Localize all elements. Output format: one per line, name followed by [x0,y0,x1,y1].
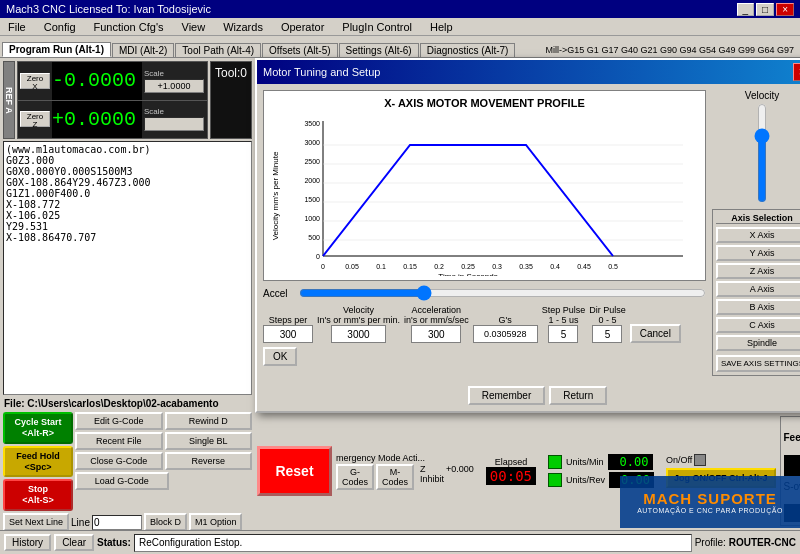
tab-mdi[interactable]: MDI (Alt-2) [112,43,174,57]
c-axis-button[interactable]: C Axis [716,317,800,333]
acceleration-label: Accelerationin's or mm/s/sec [404,305,469,325]
velocity-slider[interactable] [754,103,770,203]
close-gcode-button[interactable]: Close G-Code [75,452,163,470]
menu-file[interactable]: File [4,20,30,34]
dialog-title-bar[interactable]: Motor Tuning and Setup × [257,60,800,84]
gs-label: G's [499,315,512,325]
stop-button[interactable]: Stop<Alt-S> [3,479,73,511]
accel-slider[interactable] [299,285,706,301]
ok-button[interactable]: OK [263,347,297,366]
profile-label: Profile: [695,537,726,548]
line-input[interactable] [92,515,142,530]
maximize-btn[interactable]: □ [756,3,774,16]
reverse-button[interactable]: Reverse [165,452,253,470]
dialog-close-button[interactable]: × [793,63,800,81]
svg-text:3000: 3000 [304,139,320,146]
single-bl-button[interactable]: Single BL [165,432,253,450]
zero-x-button[interactable]: Zero X [20,73,50,89]
gcode-line-3: G0X0.000Y0.000S1500M3 [6,166,249,177]
svg-text:2000: 2000 [304,177,320,184]
menu-config[interactable]: Config [40,20,80,34]
app-title: Mach3 CNC Licensed To: Ivan Todosijevic [6,3,211,15]
clear-button[interactable]: Clear [54,534,94,551]
menu-functiocfgs[interactable]: Function Cfg's [90,20,168,34]
tab-diagnostics[interactable]: Diagnostics (Alt-7) [420,43,516,57]
load-gcode-button[interactable]: Load G-Code [75,472,169,490]
velocity-param-label: VelocityIn's or mm's per min. [317,305,400,325]
units-rev-label: Units/Rev [566,475,605,485]
spindle-button[interactable]: Spindle [716,335,800,351]
z-axis-button[interactable]: Z Axis [716,263,800,279]
svg-text:Velocity mm's per Minute: Velocity mm's per Minute [271,151,280,240]
step-pulse-input[interactable] [548,325,578,343]
save-axis-settings-button[interactable]: SAVE AXIS SETTINGS [716,355,800,372]
block-d-button[interactable]: Block D [144,513,187,531]
status-text: ReConfiguration Estop. [134,534,692,552]
tab-offsets[interactable]: Offsets (Alt-5) [262,43,338,57]
axis-z-value: +0.0000 [52,101,142,139]
tab-settings[interactable]: Settings (Alt-6) [339,43,419,57]
svg-text:Time in Seconds: Time in Seconds [438,272,497,276]
tab-program-run[interactable]: Program Run (Alt-1) [2,42,111,57]
feedrate-title: Feedrate [784,432,800,443]
tab-tool-path[interactable]: Tool Path (Alt-4) [175,43,261,57]
remember-button[interactable]: Remember [468,386,545,405]
status-bar: History Clear Status: ReConfiguration Es… [0,530,800,554]
cancel-button[interactable]: Cancel [630,324,681,343]
zero-z-button[interactable]: Zero Z [20,111,50,127]
velocity-param-input[interactable] [331,325,386,343]
x-axis-button[interactable]: X Axis [716,227,800,243]
title-bar: Mach3 CNC Licensed To: Ivan Todosijevic … [0,0,800,18]
recent-file-button[interactable]: Recent File [75,432,163,450]
tab-bar: Program Run (Alt-1) MDI (Alt-2) Tool Pat… [0,36,800,58]
svg-text:0.05: 0.05 [345,263,359,270]
a-axis-button[interactable]: A Axis [716,281,800,297]
close-btn[interactable]: × [776,3,794,16]
axis-selection-panel: Axis Selection X Axis Y Axis Z Axis A Ax… [712,209,800,376]
acceleration-input[interactable] [411,325,461,343]
m1-option-button[interactable]: M1 Option [189,513,243,531]
gs-input[interactable] [473,325,538,343]
gcode-line-8: Y29.531 [6,221,249,232]
return-button[interactable]: Return [549,386,607,405]
chart-container: X- AXIS MOTOR MOVEMENT PROFILE Velocity … [263,90,706,281]
minimize-btn[interactable]: _ [737,3,755,16]
menu-wizards[interactable]: Wizards [219,20,267,34]
svg-text:1000: 1000 [304,215,320,222]
menu-view[interactable]: View [178,20,210,34]
gcode-line-9: X-108.86470.707 [6,232,249,243]
velocity-right-label: Velocity [712,90,800,101]
steps-per-input[interactable] [263,325,313,343]
motor-tuning-dialog: Motor Tuning and Setup × X- AXIS MOTOR M… [255,58,800,413]
z-value: +0.000 [446,464,474,490]
rewind-button[interactable]: Rewind D [165,412,253,430]
mcodes-button[interactable]: M-Codes [376,464,414,490]
history-button[interactable]: History [4,534,51,551]
axis-displays: Zero X -0.0000 Scale Zero Z +0.0000 Sc [17,61,208,139]
center-area: Motor Tuning and Setup × X- AXIS MOTOR M… [255,58,800,554]
reset-button[interactable]: Reset [257,446,332,496]
dir-pulse-input[interactable] [592,325,622,343]
set-next-line-button[interactable]: Set Next Line [3,513,69,531]
menu-help[interactable]: Help [426,20,457,34]
svg-text:0: 0 [321,263,325,270]
svg-text:2500: 2500 [304,158,320,165]
svg-text:0.15: 0.15 [403,263,417,270]
gcodes-button[interactable]: G-Codes [336,464,374,490]
on-off-indicator [694,454,706,466]
ref-panel: REF A [3,61,15,139]
edit-gcode-button[interactable]: Edit G-Code [75,412,163,430]
svg-text:0.1: 0.1 [376,263,386,270]
menu-operator[interactable]: Operator [277,20,328,34]
scale-input-2[interactable] [144,117,204,131]
on-off-label: On/Off [666,455,692,465]
svg-text:0.3: 0.3 [492,263,502,270]
scale-input-1[interactable] [144,79,204,93]
y-axis-button[interactable]: Y Axis [716,245,800,261]
svg-text:1500: 1500 [304,196,320,203]
menu-plugincontrol[interactable]: PlugIn Control [338,20,416,34]
feed-hold-button[interactable]: Feed Hold<Spc> [3,446,73,478]
b-axis-button[interactable]: B Axis [716,299,800,315]
cycle-start-button[interactable]: Cycle Start<Alt-R> [3,412,73,444]
brand-sub: AUTOMAÇÃO E CNC PARA PRODUÇÃO [637,507,783,514]
